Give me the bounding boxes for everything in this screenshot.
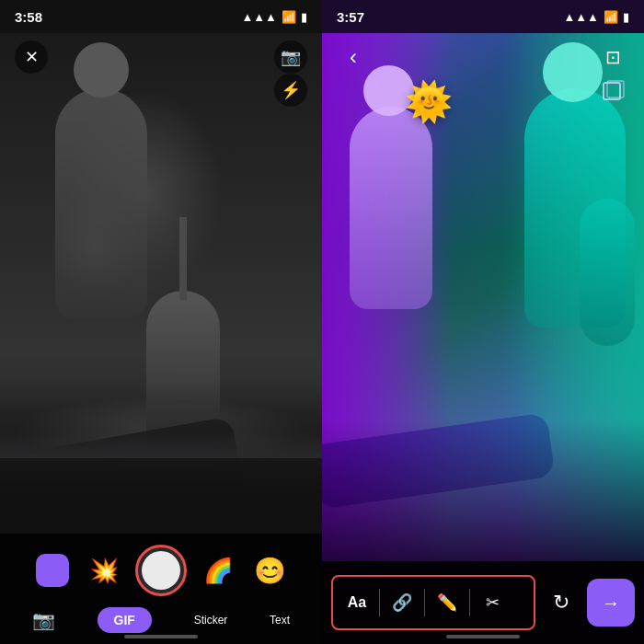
tools-container: Aa 🔗 ✏️ ✂ bbox=[331, 575, 535, 630]
draw-icon: ✏️ bbox=[437, 592, 457, 613]
left-status-time: 3:58 bbox=[15, 9, 42, 25]
right-bottom-toolbar: Aa 🔗 ✏️ ✂ ↻ → bbox=[322, 561, 644, 644]
next-arrow-icon: → bbox=[602, 592, 620, 614]
person-silhouette-left bbox=[55, 88, 147, 318]
layers-svg bbox=[600, 79, 626, 105]
left-top-controls: ✕ 📷 bbox=[0, 33, 322, 81]
draw-tool-button[interactable]: ✏️ bbox=[427, 582, 467, 623]
camera-icon: 📷 bbox=[32, 609, 55, 631]
text-tool-button[interactable]: Aa bbox=[337, 582, 377, 623]
right-status-icons: ▲▲▲ 📶 ▮ bbox=[563, 10, 629, 24]
left-photo-area bbox=[0, 33, 322, 567]
right-floor bbox=[322, 420, 644, 567]
flash-button[interactable]: ⚡ bbox=[274, 74, 307, 107]
nav-text[interactable]: Text bbox=[270, 614, 290, 627]
nav-sticker[interactable]: Sticker bbox=[194, 614, 228, 627]
r-signal-icon: ▲▲▲ bbox=[563, 10, 599, 24]
left-panel: 3:58 ▲▲▲ 📶 ▮ ✕ 📷 ⚡ 💥 bbox=[0, 0, 322, 644]
gif-button[interactable]: GIF bbox=[98, 607, 152, 633]
link-tool-button[interactable]: 🔗 bbox=[382, 582, 422, 623]
scissors-tool-button[interactable]: ✂ bbox=[472, 582, 512, 623]
right-person-left bbox=[350, 107, 432, 309]
capture-button[interactable] bbox=[135, 545, 187, 596]
flash-icon: ⚡ bbox=[281, 80, 301, 100]
battery-icon: ▮ bbox=[301, 10, 307, 24]
link-icon: 🔗 bbox=[392, 592, 412, 613]
r-battery-icon: ▮ bbox=[623, 10, 629, 24]
wifi-icon: 📶 bbox=[282, 10, 296, 24]
undo-button[interactable]: ↻ bbox=[541, 582, 581, 623]
undo-icon: ↻ bbox=[553, 591, 569, 615]
capture-button-inner bbox=[142, 551, 180, 590]
scissors-icon: ✂ bbox=[486, 592, 500, 613]
nav-camera[interactable]: 📷 bbox=[32, 609, 55, 631]
stack-layers-icon[interactable] bbox=[600, 79, 626, 111]
sticker-explosion[interactable]: 💥 bbox=[84, 550, 124, 591]
camera-switch-icon: 📷 bbox=[281, 47, 301, 67]
divider-1 bbox=[379, 589, 380, 616]
back-icon: ‹ bbox=[350, 44, 357, 70]
left-home-indicator bbox=[124, 635, 198, 638]
bottom-gradient bbox=[0, 431, 322, 458]
close-button[interactable]: ✕ bbox=[15, 40, 48, 74]
explosion-icon: 💥 bbox=[89, 557, 119, 585]
bottom-nav: 📷 GIF Sticker Text bbox=[0, 602, 322, 638]
divider-2 bbox=[424, 589, 425, 616]
right-top-controls: ‹ ⊡ bbox=[322, 33, 644, 81]
right-home-indicator bbox=[446, 635, 520, 638]
right-panel: 3:57 ▲▲▲ 📶 ▮ ‹ ⊡ 🌞 bbox=[322, 0, 644, 644]
smiley-icon: 😊 bbox=[254, 556, 286, 586]
left-status-bar: 3:58 ▲▲▲ 📶 ▮ bbox=[0, 0, 322, 33]
left-status-icons: ▲▲▲ 📶 ▮ bbox=[241, 10, 307, 24]
text-tool-label: Aa bbox=[348, 594, 366, 611]
next-button[interactable]: → bbox=[587, 579, 635, 627]
sticker-row: 💥 🌈 😊 bbox=[32, 534, 290, 602]
sticker-purple-square[interactable] bbox=[32, 550, 73, 591]
sun-sticker[interactable]: 🌞 bbox=[405, 79, 453, 124]
crop-icon: ⊡ bbox=[605, 46, 621, 68]
back-button[interactable]: ‹ bbox=[337, 40, 370, 74]
right-status-bar: 3:57 ▲▲▲ 📶 ▮ bbox=[322, 0, 644, 33]
text-label: Text bbox=[270, 614, 290, 627]
camera-switch-button[interactable]: 📷 bbox=[274, 40, 307, 74]
sticker-rainbow[interactable]: 🌈 bbox=[198, 550, 238, 591]
crop-button[interactable]: ⊡ bbox=[596, 40, 629, 74]
left-bottom-toolbar: 💥 🌈 😊 📷 GIF Sticker bbox=[0, 534, 322, 644]
rainbow-icon: 🌈 bbox=[203, 557, 233, 585]
right-photo-area: 🌞 bbox=[322, 33, 644, 567]
purple-square-icon bbox=[36, 554, 69, 587]
sun-emoji-icon: 🌞 bbox=[405, 80, 453, 123]
right-status-time: 3:57 bbox=[337, 9, 364, 25]
sticker-label: Sticker bbox=[194, 614, 228, 627]
sticker-smiley[interactable]: 😊 bbox=[249, 550, 290, 591]
divider-3 bbox=[469, 589, 470, 616]
signal-icon: ▲▲▲ bbox=[241, 10, 277, 24]
r-wifi-icon: 📶 bbox=[604, 10, 618, 24]
right-guitar bbox=[580, 199, 635, 346]
